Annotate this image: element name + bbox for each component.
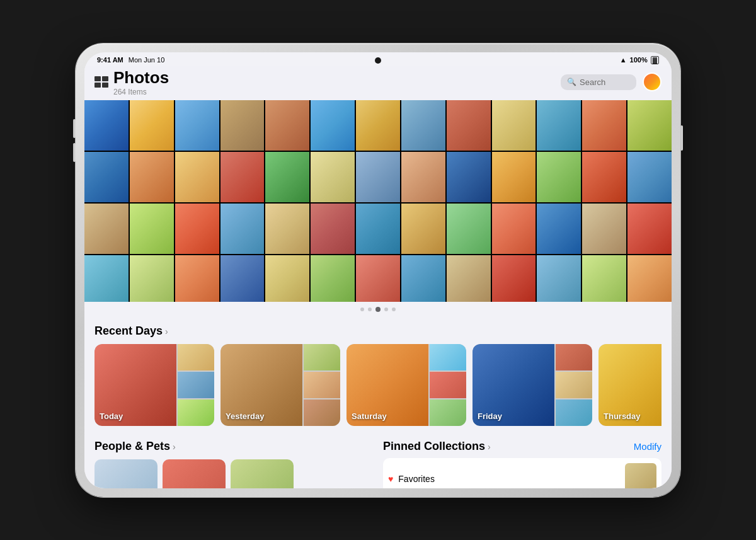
photo-cell[interactable]	[401, 255, 445, 302]
day-thumb	[304, 344, 340, 371]
day-thumb	[556, 372, 592, 398]
people-pets-section: People & Pets › ♥ ♥ ♥	[94, 440, 373, 488]
photo-cell[interactable]	[627, 204, 672, 254]
photo-cell[interactable]	[84, 100, 129, 151]
photo-cell[interactable]	[447, 255, 491, 302]
people-pets-header[interactable]: People & Pets ›	[94, 440, 373, 453]
photo-cell[interactable]	[130, 152, 174, 202]
photo-cell[interactable]	[130, 255, 174, 302]
photo-cell[interactable]	[311, 100, 355, 151]
photo-cell[interactable]	[175, 152, 219, 202]
favorites-card[interactable]: ♥ Favorites	[383, 458, 662, 488]
photo-cell[interactable]	[492, 152, 536, 202]
pagination-dot-4[interactable]	[392, 307, 396, 311]
sidebar-toggle-icon[interactable]	[94, 76, 108, 88]
photo-cell[interactable]	[265, 204, 309, 254]
pagination-dot-1[interactable]	[368, 307, 372, 311]
people-pets-title: People & Pets	[94, 440, 170, 453]
day-label-friday: Friday	[478, 411, 502, 421]
person-card[interactable]: ♥	[94, 459, 158, 488]
photo-cell[interactable]	[220, 100, 265, 151]
status-right: ▲ 100% ▓	[620, 56, 659, 64]
photo-cell[interactable]	[537, 204, 581, 254]
day-card-friday[interactable]: Friday	[472, 344, 592, 426]
day-label-thursday: Thursday	[604, 411, 641, 421]
photo-cell[interactable]	[582, 204, 626, 254]
search-bar[interactable]: 🔍 Search	[561, 74, 636, 90]
photo-cell[interactable]	[492, 204, 536, 254]
user-avatar[interactable]	[643, 72, 662, 91]
pagination-dot-3[interactable]	[384, 307, 388, 311]
photo-cell[interactable]	[175, 100, 219, 151]
photo-cell[interactable]	[401, 152, 445, 202]
photo-cell[interactable]	[401, 100, 445, 151]
day-thumb	[304, 399, 340, 426]
photo-cell[interactable]	[356, 152, 400, 202]
person-card[interactable]: ♥	[163, 459, 226, 488]
photo-cell[interactable]	[537, 100, 581, 151]
person-card[interactable]: ♥	[231, 459, 294, 488]
photo-cell[interactable]	[130, 204, 174, 254]
people-pets-chevron: ›	[173, 442, 176, 452]
day-card-saturday[interactable]: Saturday	[346, 344, 466, 426]
recent-days-header[interactable]: Recent Days ›	[94, 325, 662, 338]
photo-cell[interactable]	[582, 152, 626, 202]
volume-up-button[interactable]	[73, 119, 76, 138]
app-header: Photos 264 Items 🔍 Search	[84, 66, 672, 100]
photo-cell[interactable]	[220, 152, 265, 202]
day-card-thursday[interactable]: Thursday	[598, 344, 662, 426]
photo-cell[interactable]	[175, 255, 219, 302]
day-thumb	[556, 344, 592, 371]
photo-cell[interactable]	[582, 255, 626, 302]
photo-cell[interactable]	[582, 100, 626, 151]
photo-cell[interactable]	[356, 204, 400, 254]
photo-cell[interactable]	[537, 255, 581, 302]
photo-cell[interactable]	[265, 255, 309, 302]
photo-cell[interactable]	[447, 100, 491, 151]
pagination-dot-2[interactable]	[375, 307, 381, 312]
app-title: Photos	[113, 68, 169, 88]
day-card-grid-yesterday	[304, 344, 340, 426]
volume-down-button[interactable]	[73, 143, 76, 162]
bottom-sections: People & Pets › ♥ ♥ ♥	[84, 434, 672, 488]
photo-cell[interactable]	[311, 152, 355, 202]
photo-cell[interactable]	[265, 152, 309, 202]
day-thumb	[556, 399, 592, 426]
photo-cell[interactable]	[447, 152, 491, 202]
photo-cell[interactable]	[447, 204, 491, 254]
people-scroll: ♥ ♥ ♥	[94, 459, 373, 488]
photo-cell[interactable]	[84, 255, 129, 302]
photo-cell[interactable]	[492, 100, 536, 151]
photo-cell[interactable]	[492, 255, 536, 302]
modify-button[interactable]: Modify	[634, 441, 662, 452]
pinned-title-row[interactable]: Pinned Collections ›	[383, 440, 491, 453]
photo-cell[interactable]	[356, 255, 400, 302]
battery-percent: 100%	[630, 56, 648, 64]
day-thumb	[430, 399, 466, 426]
power-button[interactable]	[680, 125, 683, 151]
photo-cell[interactable]	[220, 255, 265, 302]
photo-grid	[84, 100, 672, 302]
photo-cell[interactable]	[175, 204, 219, 254]
photo-cell[interactable]	[311, 255, 355, 302]
pagination-dot-0[interactable]	[360, 307, 364, 311]
photo-cell[interactable]	[627, 100, 672, 151]
photo-cell[interactable]	[627, 255, 672, 302]
day-card-yesterday[interactable]: Yesterday	[220, 344, 340, 426]
photo-cell[interactable]	[537, 152, 581, 202]
photo-cell[interactable]	[84, 152, 129, 202]
photo-cell[interactable]	[220, 204, 265, 254]
day-thumb	[430, 344, 466, 371]
photo-cell[interactable]	[401, 204, 445, 254]
day-card-grid-friday	[556, 344, 592, 426]
photo-cell[interactable]	[265, 100, 309, 151]
day-card-today[interactable]: Today	[94, 344, 214, 426]
day-label-today: Today	[100, 411, 123, 421]
photo-cell[interactable]	[84, 204, 129, 254]
photo-cell[interactable]	[627, 152, 672, 202]
photo-cell[interactable]	[130, 100, 174, 151]
photo-cell[interactable]	[311, 204, 355, 254]
photo-cell[interactable]	[356, 100, 400, 151]
pinned-collections-chevron: ›	[488, 442, 491, 452]
battery-icon: ▓	[651, 56, 659, 64]
